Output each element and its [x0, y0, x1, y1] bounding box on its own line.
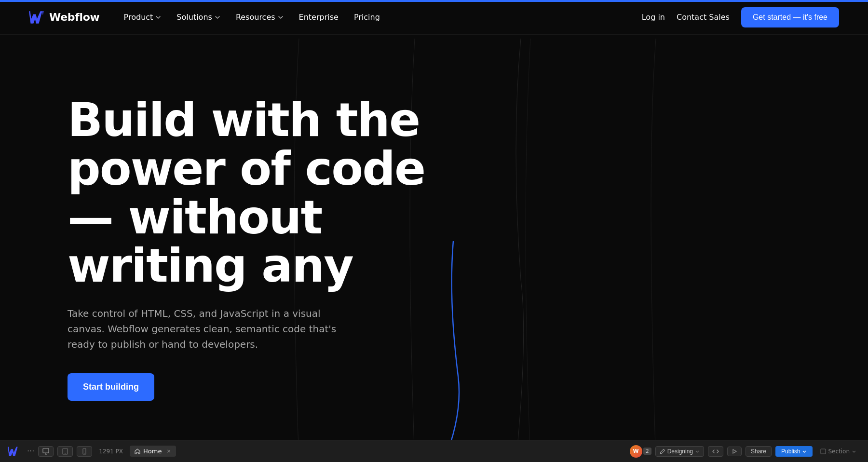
code-icon — [712, 448, 719, 455]
nav-right: Log in Contact Sales Get started — it's … — [642, 7, 839, 27]
product-chevron-icon — [155, 14, 161, 20]
publish-button[interactable]: Publish — [775, 446, 813, 457]
pencil-icon — [660, 448, 665, 454]
navbar: Webflow Product Solutions Resources — [0, 0, 868, 35]
designer-bar-logo-icon — [8, 447, 19, 456]
share-button[interactable]: Share — [746, 446, 772, 457]
section-chevron-icon — [852, 449, 856, 454]
section-icon — [820, 448, 826, 454]
top-progress-bar — [0, 0, 868, 2]
user-avatar: W — [630, 445, 642, 458]
user-count-badge: 2 — [643, 448, 651, 455]
tab-close-icon[interactable]: × — [166, 448, 171, 454]
nav-left: Webflow Product Solutions Resources — [29, 9, 387, 26]
svg-point-2 — [65, 453, 66, 453]
mobile-icon — [81, 448, 88, 455]
svg-rect-5 — [821, 449, 826, 454]
nav-item-solutions[interactable]: Solutions — [170, 9, 227, 26]
home-tab-icon — [135, 448, 140, 454]
nav-item-pricing[interactable]: Pricing — [347, 9, 387, 26]
hero-title: Build with the power of code — without w… — [68, 96, 434, 290]
resources-chevron-icon — [278, 14, 284, 20]
publish-label: Publish — [781, 448, 800, 455]
tablet-icon — [62, 448, 68, 455]
nav-item-resources[interactable]: Resources — [229, 9, 290, 26]
hero-content: Build with the power of code — without w… — [0, 96, 434, 401]
webflow-logo-icon — [29, 11, 44, 24]
contact-sales-link[interactable]: Contact Sales — [677, 13, 730, 22]
desktop-icon — [42, 448, 49, 455]
svg-rect-0 — [43, 448, 49, 453]
tab-home[interactable]: Home × — [130, 446, 176, 457]
publish-chevron-icon — [802, 449, 807, 454]
nav-items: Product Solutions Resources Enterprise — [117, 9, 387, 26]
login-link[interactable]: Log in — [642, 13, 665, 22]
code-button[interactable] — [708, 446, 723, 457]
preview-button[interactable] — [727, 447, 742, 456]
play-icon — [732, 448, 737, 454]
tab-home-label: Home — [143, 448, 162, 455]
logo-text: Webflow — [49, 11, 100, 23]
designing-label: Designing — [667, 448, 693, 455]
svg-point-4 — [84, 453, 85, 454]
nav-item-enterprise[interactable]: Enterprise — [292, 9, 345, 26]
hero-subtitle: Take control of HTML, CSS, and JavaScrip… — [68, 306, 357, 352]
tablet-view-button[interactable] — [57, 446, 73, 457]
section-label-text: Section — [828, 448, 850, 455]
start-building-button[interactable]: Start building — [68, 373, 154, 401]
hero-section: Build with the power of code — without w… — [0, 0, 868, 462]
nav-item-product[interactable]: Product — [117, 9, 168, 26]
px-display: 1291 PX — [96, 448, 126, 455]
designing-mode-button[interactable]: Designing — [655, 446, 704, 457]
section-indicator: Section — [816, 448, 860, 455]
solutions-chevron-icon — [215, 14, 220, 20]
dots-menu-icon[interactable]: ··· — [27, 447, 34, 456]
logo[interactable]: Webflow — [29, 11, 100, 24]
get-started-button[interactable]: Get started — it's free — [741, 7, 839, 27]
desktop-view-button[interactable] — [38, 446, 54, 457]
user-controls: W 2 — [630, 445, 651, 458]
mobile-view-button[interactable] — [77, 446, 92, 457]
designer-bar: ··· 1291 PX Home × W 2 — [0, 440, 868, 462]
designing-chevron-icon — [695, 449, 700, 454]
